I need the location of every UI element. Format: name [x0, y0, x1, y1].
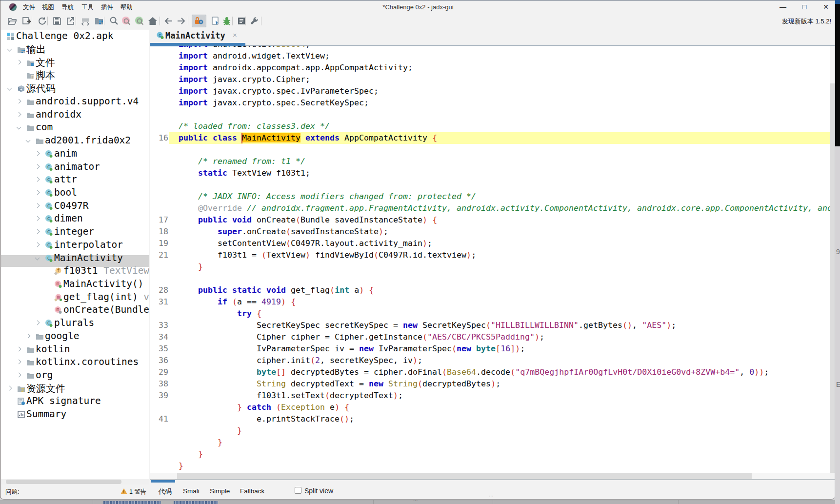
chevron-expanded-icon[interactable] [35, 255, 40, 260]
bottom-tab-1[interactable]: 代码 [159, 487, 172, 496]
status-dots: ⋯ [489, 493, 494, 499]
open-project-folder-icon[interactable] [94, 16, 104, 26]
deobfuscation-icon[interactable] [194, 16, 204, 26]
chevron-collapsed-icon[interactable] [35, 242, 40, 247]
tree-item-org[interactable]: org [1, 369, 149, 382]
flatten-packages-icon[interactable] [80, 16, 91, 26]
chevron-collapsed-icon[interactable] [17, 60, 21, 64]
tree-item-animator[interactable]: canimator [1, 161, 149, 173]
project-tree: Challenge 0x2.apk输出文件脚本源代码android.suppor… [1, 30, 149, 479]
tree-item-mainactivity-[interactable]: mMainActivity() [1, 278, 149, 290]
tree-item-kotlinx-coroutines[interactable]: kotlinx.coroutines [1, 356, 149, 368]
quark-analysis-icon[interactable] [210, 16, 220, 26]
scrollbar-thumb[interactable] [177, 473, 752, 479]
tree-item-com[interactable]: com [1, 121, 149, 134]
tree-item-anim[interactable]: canim [1, 147, 149, 160]
tree-item-oncreate-bundle[interactable]: monCreate(Bundle [1, 303, 149, 316]
chevron-collapsed-icon[interactable] [35, 321, 40, 325]
warning-count[interactable]: 1 警告 [129, 488, 146, 496]
chevron-collapsed-icon[interactable] [35, 229, 40, 234]
chevron-collapsed-icon[interactable] [17, 346, 21, 351]
bottom-tab-3[interactable]: Simple [210, 487, 230, 495]
tree-item-summary[interactable]: Summary [1, 408, 149, 421]
comment-search-icon[interactable] [134, 16, 145, 26]
chevron-expanded-icon[interactable] [7, 86, 12, 91]
split-view-checkbox[interactable] [295, 487, 301, 494]
tree-item--[interactable]: 资源文件 [1, 382, 149, 395]
open-file-icon[interactable] [7, 16, 18, 26]
tree-item-apk-signature[interactable]: APK signature [1, 395, 149, 407]
chevron-collapsed-icon[interactable] [7, 385, 12, 390]
chevron-collapsed-icon[interactable] [17, 99, 21, 103]
chevron-collapsed-icon[interactable] [17, 112, 21, 117]
tree-item-attr[interactable]: cattr [1, 173, 149, 186]
code-line-25: 33 SecretKeySpec secretKeySpec = new Sec… [150, 320, 830, 331]
bottom-tab-4[interactable]: Fallback [240, 487, 264, 495]
forward-icon[interactable] [176, 16, 186, 26]
tree-item-plurals[interactable]: cplurals [1, 317, 149, 329]
tree-item-androidx[interactable]: androidx [1, 108, 149, 121]
minimize-button[interactable]: — [772, 0, 794, 14]
close-button[interactable]: ✕ [815, 0, 835, 14]
line-number: 16 [150, 132, 168, 144]
tree-item-dimen[interactable]: cdimen [1, 212, 149, 225]
tree-item-get-flag-int-[interactable]: mget_flag(int) v [1, 291, 149, 303]
code-editor[interactable]: import android.util.Base64;import androi… [150, 46, 830, 473]
tree-item--[interactable]: 脚本 [1, 69, 149, 81]
tree-horizontal-scrollbar[interactable] [1, 479, 149, 484]
tab-mainactivity[interactable]: MainActivity [165, 31, 225, 40]
tabbar-border [245, 45, 835, 46]
toolbar-separator [76, 17, 76, 25]
code-line-24: try { [150, 308, 830, 320]
tab-close-icon[interactable]: × [233, 31, 237, 39]
tree-item-integer[interactable]: cinteger [1, 225, 149, 238]
tree-item-mainactivity[interactable]: cMainActivity [1, 252, 149, 264]
tree-item-kotlin[interactable]: kotlin [1, 343, 149, 356]
maximize-button[interactable]: □ [794, 0, 815, 14]
scrollbar-thumb[interactable] [830, 83, 835, 473]
tree-item--[interactable]: 源代码 [1, 82, 149, 95]
chevron-expanded-icon[interactable] [7, 47, 12, 52]
apk-icon [6, 32, 14, 40]
editor-vertical-scrollbar[interactable] [830, 46, 835, 473]
tree-item-ad2001-frida0x2[interactable]: ad2001.frida0x2 [1, 134, 149, 147]
chevron-collapsed-icon[interactable] [26, 333, 31, 338]
tree-item-c0497r[interactable]: cC0497R [1, 200, 149, 212]
bottom-tab-2[interactable]: Smali [183, 487, 200, 495]
background-window-right: 9 E [835, 0, 840, 504]
preferences-icon[interactable] [249, 16, 260, 26]
tree-item--[interactable]: 输出 [1, 43, 149, 56]
chevron-collapsed-icon[interactable] [35, 151, 40, 156]
update-notice[interactable]: 发现新版本 1.5.2! [782, 17, 831, 26]
back-icon[interactable] [163, 16, 174, 26]
text-search-icon[interactable] [109, 16, 120, 26]
tree-item-bool[interactable]: cbool [1, 186, 149, 199]
line-number: 35 [150, 343, 168, 355]
chevron-collapsed-icon[interactable] [35, 216, 40, 221]
save-all-icon[interactable] [52, 16, 62, 26]
scrollbar-thumb[interactable] [6, 480, 121, 484]
chevron-collapsed-icon[interactable] [35, 190, 40, 195]
debugger-icon[interactable] [221, 16, 232, 26]
chevron-expanded-icon[interactable] [17, 125, 21, 130]
chevron-collapsed-icon[interactable] [35, 164, 40, 169]
tree-item-f103t1[interactable]: ff103t1 TextView [1, 264, 149, 277]
chevron-expanded-icon[interactable] [26, 138, 31, 143]
tree-item-challenge-0x2-apk[interactable]: Challenge 0x2.apk [1, 30, 149, 42]
tree-item-google[interactable]: google [1, 330, 149, 343]
chevron-collapsed-icon[interactable] [35, 177, 40, 182]
tree-item--[interactable]: 文件 [1, 56, 149, 69]
chevron-collapsed-icon[interactable] [35, 203, 40, 208]
main-activity-icon[interactable] [147, 16, 158, 26]
editor-horizontal-scrollbar[interactable] [150, 473, 830, 479]
add-files-icon[interactable] [21, 16, 32, 26]
chevron-collapsed-icon[interactable] [17, 360, 21, 364]
tree-item-android-support-v4[interactable]: android.support.v4 [1, 95, 149, 108]
chevron-collapsed-icon[interactable] [17, 373, 21, 378]
reload-icon[interactable] [37, 16, 47, 26]
tree-item-label: dimen [54, 213, 83, 224]
code-line-3: import androidx.appcompat.app.AppCompatA… [150, 62, 830, 74]
tree-item-interpolator[interactable]: cinterpolator [1, 239, 149, 251]
export-icon[interactable] [65, 16, 76, 26]
class-search-icon[interactable] [121, 16, 132, 26]
